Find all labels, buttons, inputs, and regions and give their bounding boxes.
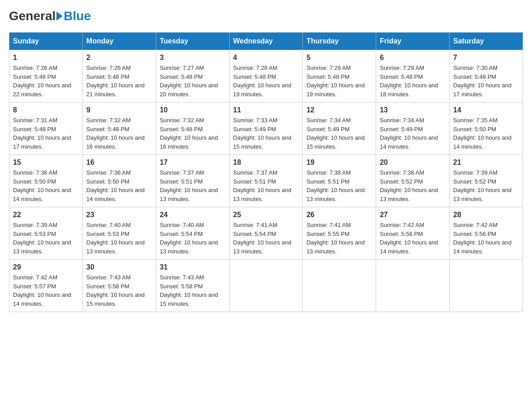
day-number: 9 (86, 106, 152, 114)
day-number: 15 (13, 158, 79, 167)
calendar-cell: 1 Sunrise: 7:26 AMSunset: 5:48 PMDayligh… (9, 50, 83, 103)
calendar-cell: 20 Sunrise: 7:38 AMSunset: 5:52 PMDaylig… (376, 155, 450, 207)
calendar-cell: 22 Sunrise: 7:39 AMSunset: 5:53 PMDaylig… (9, 207, 83, 260)
day-number: 29 (13, 263, 79, 271)
day-info: Sunrise: 7:43 AMSunset: 5:58 PMDaylight:… (160, 274, 218, 307)
calendar-cell: 23 Sunrise: 7:40 AMSunset: 5:53 PMDaylig… (82, 207, 156, 260)
day-number: 30 (86, 263, 152, 271)
day-info: Sunrise: 7:26 AMSunset: 5:48 PMDaylight:… (13, 64, 71, 98)
day-number: 24 (160, 211, 226, 219)
day-info: Sunrise: 7:32 AMSunset: 5:48 PMDaylight:… (160, 117, 218, 150)
day-number: 25 (233, 211, 299, 219)
day-number: 10 (160, 106, 226, 114)
calendar-week-row: 8 Sunrise: 7:31 AMSunset: 5:48 PMDayligh… (9, 103, 523, 155)
calendar-cell: 27 Sunrise: 7:42 AMSunset: 5:56 PMDaylig… (376, 207, 450, 260)
day-info: Sunrise: 7:42 AMSunset: 5:56 PMDaylight:… (453, 222, 511, 255)
day-number: 5 (306, 54, 372, 62)
logo-arrow-icon (56, 12, 63, 21)
calendar-cell: 2 Sunrise: 7:26 AMSunset: 5:48 PMDayligh… (82, 50, 156, 103)
calendar-cell: 14 Sunrise: 7:35 AMSunset: 5:50 PMDaylig… (450, 103, 523, 155)
day-info: Sunrise: 7:29 AMSunset: 5:48 PMDaylight:… (306, 64, 365, 98)
calendar-cell: 30 Sunrise: 7:43 AMSunset: 5:58 PMDaylig… (82, 260, 156, 312)
calendar-day-header: Sunday (9, 33, 83, 50)
day-info: Sunrise: 7:36 AMSunset: 5:50 PMDaylight:… (13, 169, 71, 202)
calendar-cell: 13 Sunrise: 7:34 AMSunset: 5:49 PMDaylig… (376, 103, 450, 155)
day-number: 6 (380, 54, 446, 62)
logo-blue-text: Blue (64, 9, 91, 23)
calendar-week-row: 1 Sunrise: 7:26 AMSunset: 5:48 PMDayligh… (9, 50, 523, 103)
calendar-cell (303, 260, 376, 312)
calendar-cell: 6 Sunrise: 7:29 AMSunset: 5:48 PMDayligh… (376, 50, 450, 103)
day-info: Sunrise: 7:41 AMSunset: 5:55 PMDaylight:… (306, 222, 365, 255)
day-info: Sunrise: 7:38 AMSunset: 5:51 PMDaylight:… (306, 169, 365, 202)
day-number: 21 (453, 158, 519, 167)
calendar-cell: 19 Sunrise: 7:38 AMSunset: 5:51 PMDaylig… (303, 155, 376, 207)
calendar-cell (376, 260, 450, 312)
calendar-day-header: Wednesday (229, 33, 303, 50)
day-info: Sunrise: 7:36 AMSunset: 5:50 PMDaylight:… (86, 169, 145, 202)
day-info: Sunrise: 7:37 AMSunset: 5:51 PMDaylight:… (160, 169, 218, 202)
day-number: 1 (13, 54, 79, 62)
day-number: 2 (86, 54, 152, 62)
calendar-cell: 12 Sunrise: 7:34 AMSunset: 5:49 PMDaylig… (303, 103, 376, 155)
day-info: Sunrise: 7:43 AMSunset: 5:58 PMDaylight:… (86, 274, 145, 307)
calendar-week-row: 22 Sunrise: 7:39 AMSunset: 5:53 PMDaylig… (9, 207, 523, 260)
calendar-cell: 24 Sunrise: 7:40 AMSunset: 5:54 PMDaylig… (156, 207, 229, 260)
calendar-week-row: 15 Sunrise: 7:36 AMSunset: 5:50 PMDaylig… (9, 155, 523, 207)
day-number: 19 (306, 158, 372, 167)
day-info: Sunrise: 7:40 AMSunset: 5:54 PMDaylight:… (160, 222, 218, 255)
day-info: Sunrise: 7:35 AMSunset: 5:50 PMDaylight:… (453, 117, 511, 150)
calendar-cell: 31 Sunrise: 7:43 AMSunset: 5:58 PMDaylig… (156, 260, 229, 312)
day-number: 16 (86, 158, 152, 167)
day-number: 26 (306, 211, 372, 219)
day-number: 13 (380, 106, 446, 114)
day-info: Sunrise: 7:29 AMSunset: 5:48 PMDaylight:… (380, 64, 438, 98)
day-info: Sunrise: 7:26 AMSunset: 5:48 PMDaylight:… (86, 64, 145, 98)
day-info: Sunrise: 7:33 AMSunset: 5:49 PMDaylight:… (233, 117, 292, 150)
calendar-cell: 9 Sunrise: 7:32 AMSunset: 5:48 PMDayligh… (82, 103, 156, 155)
day-number: 31 (160, 263, 226, 271)
day-info: Sunrise: 7:32 AMSunset: 5:48 PMDaylight:… (86, 117, 145, 150)
calendar-cell (229, 260, 303, 312)
calendar-cell: 11 Sunrise: 7:33 AMSunset: 5:49 PMDaylig… (229, 103, 303, 155)
day-number: 18 (233, 158, 299, 167)
day-number: 3 (160, 54, 226, 62)
day-number: 11 (233, 106, 299, 114)
calendar-cell: 5 Sunrise: 7:29 AMSunset: 5:48 PMDayligh… (303, 50, 376, 103)
day-number: 27 (380, 211, 446, 219)
day-number: 14 (453, 106, 519, 114)
day-info: Sunrise: 7:42 AMSunset: 5:57 PMDaylight:… (13, 274, 71, 307)
day-info: Sunrise: 7:34 AMSunset: 5:49 PMDaylight:… (380, 117, 438, 150)
day-info: Sunrise: 7:37 AMSunset: 5:51 PMDaylight:… (233, 169, 292, 202)
day-info: Sunrise: 7:31 AMSunset: 5:48 PMDaylight:… (13, 117, 71, 150)
day-info: Sunrise: 7:34 AMSunset: 5:49 PMDaylight:… (306, 117, 365, 150)
calendar-cell: 17 Sunrise: 7:37 AMSunset: 5:51 PMDaylig… (156, 155, 229, 207)
calendar-day-header: Thursday (303, 33, 376, 50)
calendar-header-row: SundayMondayTuesdayWednesdayThursdayFrid… (9, 33, 523, 50)
day-info: Sunrise: 7:38 AMSunset: 5:52 PMDaylight:… (380, 169, 438, 202)
day-info: Sunrise: 7:42 AMSunset: 5:56 PMDaylight:… (380, 222, 438, 255)
calendar-cell: 8 Sunrise: 7:31 AMSunset: 5:48 PMDayligh… (9, 103, 83, 155)
day-info: Sunrise: 7:28 AMSunset: 5:48 PMDaylight:… (233, 64, 292, 98)
calendar-cell: 7 Sunrise: 7:30 AMSunset: 5:48 PMDayligh… (450, 50, 523, 103)
day-number: 20 (380, 158, 446, 167)
day-number: 28 (453, 211, 519, 219)
calendar-cell: 10 Sunrise: 7:32 AMSunset: 5:48 PMDaylig… (156, 103, 229, 155)
day-number: 17 (160, 158, 226, 167)
day-info: Sunrise: 7:40 AMSunset: 5:53 PMDaylight:… (86, 222, 145, 255)
day-number: 22 (13, 211, 79, 219)
logo-general-text: General (9, 9, 56, 23)
calendar-cell: 28 Sunrise: 7:42 AMSunset: 5:56 PMDaylig… (450, 207, 523, 260)
day-number: 7 (453, 54, 519, 62)
day-info: Sunrise: 7:39 AMSunset: 5:53 PMDaylight:… (13, 222, 71, 255)
calendar-cell (450, 260, 523, 312)
calendar-day-header: Tuesday (156, 33, 229, 50)
day-info: Sunrise: 7:41 AMSunset: 5:54 PMDaylight:… (233, 222, 292, 255)
page-header: General Blue (9, 9, 523, 23)
calendar-cell: 16 Sunrise: 7:36 AMSunset: 5:50 PMDaylig… (82, 155, 156, 207)
calendar-cell: 15 Sunrise: 7:36 AMSunset: 5:50 PMDaylig… (9, 155, 83, 207)
day-info: Sunrise: 7:27 AMSunset: 5:48 PMDaylight:… (160, 64, 218, 98)
day-number: 8 (13, 106, 79, 114)
calendar-table: SundayMondayTuesdayWednesdayThursdayFrid… (9, 32, 523, 312)
day-number: 12 (306, 106, 372, 114)
